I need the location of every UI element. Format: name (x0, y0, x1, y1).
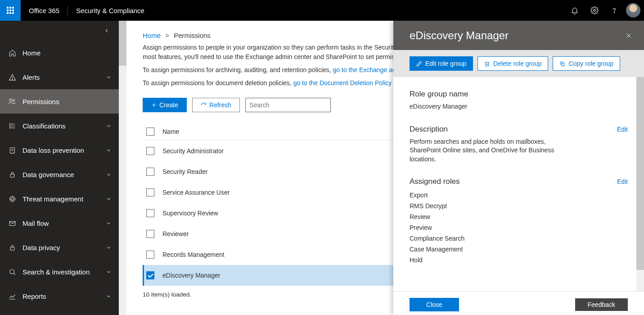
chevron-left-icon (104, 27, 110, 34)
chevron-down-icon (106, 269, 112, 275)
pencil-icon (416, 61, 422, 67)
delete-role-group-button[interactable]: Delete role group (477, 56, 548, 71)
section-role-group-name: Role group name eDiscovery Manager (410, 90, 628, 111)
sidebar-item-data-governance[interactable]: Data governance (0, 162, 119, 187)
edit-role-group-label: Edit role group (425, 60, 466, 67)
svg-line-25 (14, 273, 15, 275)
question-icon (610, 6, 618, 14)
row-checkbox[interactable] (146, 147, 154, 155)
row-checkbox[interactable] (146, 251, 154, 259)
sidebar-item-classifications[interactable]: Classifications (0, 114, 119, 138)
trash-icon (484, 61, 490, 67)
assigned-role-item: Review (410, 211, 628, 222)
app-launcher-button[interactable] (0, 0, 21, 21)
svg-rect-23 (10, 247, 14, 250)
svg-point-16 (11, 197, 14, 200)
permissions-icon (8, 97, 16, 105)
panel-action-bar: Edit role group Delete role group Copy r… (393, 50, 644, 77)
assigned-role-item: RMS Decrypt (410, 201, 628, 211)
row-name: Service Assurance User (162, 189, 230, 196)
sidebar-item-label: Search & investigation (23, 268, 99, 276)
sidebar-item-search-investigation[interactable]: Search & investigation (0, 260, 119, 284)
sidebar-item-label: Home (23, 49, 112, 57)
sidebar-item-threat-management[interactable]: Threat management (0, 187, 119, 211)
assigned-role-item: Hold (410, 255, 628, 265)
sidebar-item-label: Reports (23, 292, 99, 300)
panel-scrollbar[interactable] (636, 77, 644, 291)
row-checkbox[interactable] (146, 271, 154, 279)
breadcrumb-root[interactable]: Home (143, 32, 161, 39)
alert-icon (8, 73, 16, 81)
brand-label[interactable]: Office 365 (21, 7, 68, 14)
chevron-down-icon (106, 147, 112, 153)
panel-title: eDiscovery Manager (410, 29, 509, 42)
sidebar-item-data-loss-prevention[interactable]: Data loss prevention (0, 138, 119, 162)
svg-point-5 (13, 100, 15, 101)
gear-icon (590, 6, 599, 14)
collapse-sidebar-button[interactable] (0, 21, 119, 41)
row-name: Supervisory Review (162, 210, 218, 217)
row-name: Security Administrator (162, 147, 224, 155)
section-label-name: Role group name (410, 90, 468, 99)
search-box[interactable] (245, 98, 331, 112)
panel-footer: Close Feedback (393, 291, 644, 315)
settings-button[interactable] (585, 0, 604, 21)
scrollbar-thumb[interactable] (119, 21, 126, 66)
create-button-label: Create (159, 101, 178, 109)
search-input[interactable] (249, 101, 328, 109)
notifications-button[interactable] (565, 0, 585, 21)
search-icon (8, 268, 16, 276)
close-icon (625, 32, 632, 39)
svg-point-17 (9, 196, 14, 201)
assigned-role-item: Compliance Search (410, 233, 628, 244)
row-checkbox[interactable] (146, 188, 154, 196)
row-name: Reviewer (162, 230, 189, 237)
mailflow-icon (8, 219, 16, 227)
select-all-checkbox[interactable] (146, 128, 154, 136)
edit-roles-link[interactable]: Edit (617, 178, 628, 185)
panel-scrollbar-thumb[interactable] (636, 77, 644, 270)
create-button[interactable]: Create (143, 98, 187, 112)
section-assigned-roles: Assigned roles Edit ExportRMS DecryptRev… (410, 177, 628, 265)
row-checkbox[interactable] (146, 230, 154, 238)
sidebar-item-reports[interactable]: Reports (0, 284, 119, 308)
svg-point-9 (9, 123, 10, 124)
sidebar-item-alerts[interactable]: Alerts (0, 65, 119, 89)
sidebar-item-label: Permissions (23, 98, 112, 105)
column-header-name[interactable]: Name (162, 128, 179, 135)
dlp-icon (8, 146, 16, 154)
svg-point-10 (9, 125, 10, 126)
row-checkbox[interactable] (146, 168, 154, 176)
sidebar-item-home[interactable]: Home (0, 41, 119, 65)
sidebar-item-mail-flow[interactable]: Mail flow (0, 211, 119, 235)
section-label-roles: Assigned roles (410, 177, 460, 186)
description-value: Perform searches and place holds on mail… (410, 137, 572, 164)
role-group-name-value: eDiscovery Manager (410, 102, 628, 111)
breadcrumb-current: Permissions (174, 32, 211, 39)
edit-description-link[interactable]: Edit (617, 126, 628, 133)
navigation-sidebar: HomeAlertsPermissionsClassificationsData… (0, 21, 119, 315)
sidebar-item-permissions[interactable]: Permissions (0, 89, 119, 114)
row-name: Security Reader (162, 168, 207, 175)
close-button[interactable]: Close (410, 298, 459, 311)
refresh-button[interactable]: Refresh (192, 98, 240, 112)
user-avatar[interactable] (626, 3, 640, 18)
sidebar-item-data-privacy[interactable]: Data privacy (0, 235, 119, 260)
feedback-button[interactable]: Feedback (575, 298, 628, 311)
svg-point-11 (9, 128, 10, 128)
home-icon (8, 49, 16, 57)
assigned-role-item: Preview (410, 222, 628, 233)
chevron-down-icon (106, 220, 112, 226)
panel-body: Role group name eDiscovery Manager Descr… (393, 77, 644, 291)
copy-role-group-button[interactable]: Copy role group (553, 56, 620, 71)
row-checkbox[interactable] (146, 209, 154, 217)
edit-role-group-button[interactable]: Edit role group (410, 56, 473, 71)
details-panel: eDiscovery Manager Edit role group Delet… (393, 21, 644, 315)
svg-point-3 (12, 79, 12, 79)
refresh-icon (201, 102, 207, 108)
panel-close-button[interactable] (625, 32, 632, 39)
chevron-down-icon (106, 245, 112, 251)
scrollbar-vertical[interactable] (119, 21, 126, 315)
waffle-icon (7, 7, 14, 14)
help-button[interactable] (604, 0, 624, 21)
